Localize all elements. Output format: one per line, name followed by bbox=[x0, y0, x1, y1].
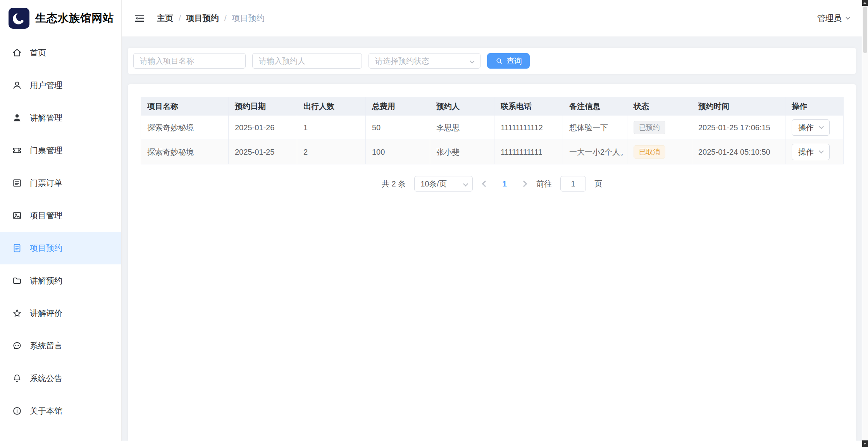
sidebar-item-label: 首页 bbox=[30, 47, 46, 58]
cell-people: 1 bbox=[297, 116, 366, 140]
sidebar-item-guide-bookings[interactable]: 讲解预约 bbox=[0, 264, 121, 297]
sidebar-item-home[interactable]: 首页 bbox=[0, 36, 121, 69]
sidebar-item-guides[interactable]: 讲解管理 bbox=[0, 102, 121, 134]
sidebar-item-announcements[interactable]: 系统公告 bbox=[0, 362, 121, 395]
sidebar-item-about[interactable]: 关于本馆 bbox=[0, 395, 121, 427]
filter-bar: 请选择预约状态 查询 bbox=[128, 48, 856, 74]
sidebar-item-messages[interactable]: 系统留言 bbox=[0, 330, 121, 362]
project-name-input[interactable] bbox=[133, 53, 246, 69]
cell-reserver: 李思思 bbox=[430, 116, 494, 140]
sidebar-item-guide-reviews[interactable]: 讲解评价 bbox=[0, 297, 121, 330]
cell-project: 探索奇妙秘境 bbox=[141, 140, 229, 164]
sidebar-nav: 首页 用户管理 讲解管理 门票管理 门票订单 bbox=[0, 36, 121, 427]
cell-note: 一大一小2个人。 bbox=[563, 140, 627, 164]
status-select[interactable]: 请选择预约状态 bbox=[369, 53, 480, 69]
row-action-button[interactable]: 操作 bbox=[792, 119, 830, 136]
scroll-up-arrow[interactable] bbox=[862, 0, 868, 6]
sidebar-item-users[interactable]: 用户管理 bbox=[0, 69, 121, 102]
chevron-down-icon bbox=[470, 59, 475, 64]
cell-time: 2025-01-24 05:10:50 bbox=[692, 140, 785, 164]
breadcrumb-separator: / bbox=[179, 14, 181, 23]
user-name: 管理员 bbox=[817, 13, 842, 24]
sidebar-item-label: 讲解管理 bbox=[30, 112, 62, 123]
search-button-label: 查询 bbox=[506, 56, 522, 66]
breadcrumb-home[interactable]: 主页 bbox=[157, 13, 173, 24]
col-reserver: 预约人 bbox=[430, 97, 494, 116]
status-select-placeholder: 请选择预约状态 bbox=[375, 56, 429, 66]
col-note: 备注信息 bbox=[563, 97, 627, 116]
sidebar-item-ticket-orders[interactable]: 门票订单 bbox=[0, 167, 121, 199]
sidebar-item-project-bookings[interactable]: 项目预约 bbox=[0, 232, 121, 264]
col-phone: 联系电话 bbox=[494, 97, 563, 116]
folder-icon bbox=[12, 275, 22, 286]
breadcrumb-current: 项目预约 bbox=[232, 13, 265, 24]
cell-time: 2025-01-25 17:06:15 bbox=[692, 116, 785, 140]
dolphin-logo-icon bbox=[9, 8, 29, 29]
ticket-order-icon bbox=[12, 178, 22, 188]
cell-status: 已预约 bbox=[627, 116, 692, 140]
star-icon bbox=[12, 308, 22, 319]
bookings-table-card: 项目名称 预约日期 出行人数 总费用 预约人 联系电话 备注信息 状态 预约时间… bbox=[128, 84, 856, 441]
col-status: 状态 bbox=[627, 97, 692, 116]
sidebar-item-label: 讲解评价 bbox=[30, 308, 62, 319]
cell-action: 操作 bbox=[785, 116, 844, 140]
menu-fold-icon[interactable] bbox=[132, 11, 147, 26]
page-size-value: 10条/页 bbox=[420, 179, 447, 189]
chevron-left-icon bbox=[482, 181, 489, 187]
table-header-row: 项目名称 预约日期 出行人数 总费用 预约人 联系电话 备注信息 状态 预约时间… bbox=[141, 97, 844, 116]
sidebar-item-projects[interactable]: 项目管理 bbox=[0, 199, 121, 232]
sidebar-item-tickets[interactable]: 门票管理 bbox=[0, 134, 121, 167]
cell-phone: 11111111111 bbox=[494, 140, 563, 164]
message-icon bbox=[12, 340, 22, 351]
horizontal-scrollbar[interactable] bbox=[0, 441, 862, 447]
breadcrumb-section[interactable]: 项目预约 bbox=[186, 13, 219, 24]
vertical-scrollbar[interactable] bbox=[862, 0, 868, 447]
home-icon bbox=[12, 47, 22, 58]
col-people: 出行人数 bbox=[297, 97, 366, 116]
cell-phone: 11111111112 bbox=[494, 116, 563, 140]
reserver-input[interactable] bbox=[252, 53, 362, 69]
sidebar-item-label: 系统留言 bbox=[30, 340, 62, 351]
page-size-select[interactable]: 10条/页 bbox=[414, 176, 473, 192]
goto-page-input[interactable] bbox=[560, 176, 586, 192]
table-row: 探索奇妙秘境 2025-01-25 2 100 张小斐 11111111111 … bbox=[141, 140, 844, 164]
magnifier-icon bbox=[495, 57, 503, 65]
cell-note: 想体验一下 bbox=[563, 116, 627, 140]
sidebar-item-label: 用户管理 bbox=[30, 80, 62, 91]
chevron-down-icon bbox=[819, 124, 824, 129]
sidebar-item-label: 讲解预约 bbox=[30, 275, 62, 286]
breadcrumb: 主页 / 项目预约 / 项目预约 bbox=[157, 13, 265, 24]
breadcrumb-separator: / bbox=[224, 14, 227, 23]
user-dropdown[interactable]: 管理员 bbox=[817, 13, 849, 24]
row-action-label: 操作 bbox=[798, 123, 814, 133]
sidebar-item-label: 关于本馆 bbox=[30, 406, 62, 416]
page-number-button[interactable]: 1 bbox=[498, 179, 512, 188]
pagination: 共 2 条 10条/页 1 前往 页 bbox=[141, 176, 843, 192]
chevron-down-icon bbox=[819, 148, 824, 154]
cell-people: 2 bbox=[297, 140, 366, 164]
bell-icon bbox=[12, 373, 22, 384]
row-action-button[interactable]: 操作 bbox=[792, 144, 830, 160]
cell-cost: 50 bbox=[366, 116, 430, 140]
next-page-button[interactable] bbox=[520, 181, 528, 186]
search-button[interactable]: 查询 bbox=[487, 53, 530, 69]
prev-page-button[interactable] bbox=[481, 181, 489, 186]
app-title: 生态水族馆网站 bbox=[35, 11, 114, 26]
sidebar-item-label: 门票订单 bbox=[30, 178, 62, 188]
sidebar: 生态水族馆网站 首页 用户管理 讲解管理 门票管理 bbox=[0, 0, 122, 441]
bookings-table: 项目名称 预约日期 出行人数 总费用 预约人 联系电话 备注信息 状态 预约时间… bbox=[141, 97, 844, 164]
goto-suffix: 页 bbox=[594, 179, 602, 189]
goto-label: 前往 bbox=[536, 179, 552, 189]
app-logo: 生态水族馆网站 bbox=[0, 0, 121, 36]
col-date: 预约日期 bbox=[229, 97, 297, 116]
cell-cost: 100 bbox=[366, 140, 430, 164]
cell-date: 2025-01-25 bbox=[229, 140, 297, 164]
vertical-scrollbar-thumb[interactable] bbox=[863, 7, 867, 53]
pagination-total: 共 2 条 bbox=[382, 179, 406, 189]
row-action-label: 操作 bbox=[798, 147, 814, 157]
info-icon bbox=[12, 406, 22, 416]
top-header: 主页 / 项目预约 / 项目预约 管理员 bbox=[122, 0, 862, 36]
scroll-down-arrow[interactable] bbox=[862, 440, 868, 447]
chevron-down-icon bbox=[846, 15, 850, 19]
col-cost: 总费用 bbox=[366, 97, 430, 116]
